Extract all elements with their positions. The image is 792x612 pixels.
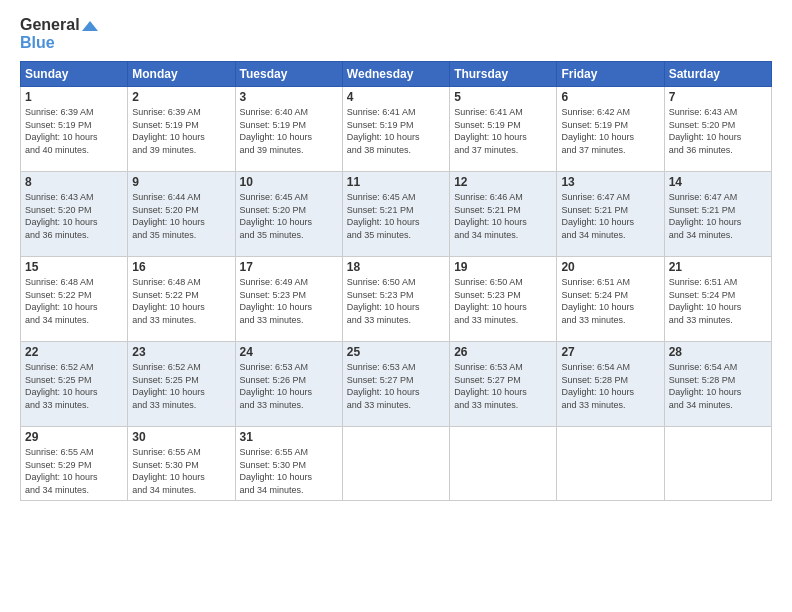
calendar-cell: 24Sunrise: 6:53 AM Sunset: 5:26 PM Dayli…: [235, 342, 342, 427]
day-number: 14: [669, 175, 767, 189]
day-info: Sunrise: 6:45 AM Sunset: 5:20 PM Dayligh…: [240, 191, 338, 241]
day-number: 31: [240, 430, 338, 444]
calendar-cell: 19Sunrise: 6:50 AM Sunset: 5:23 PM Dayli…: [450, 257, 557, 342]
day-number: 29: [25, 430, 123, 444]
day-number: 21: [669, 260, 767, 274]
day-info: Sunrise: 6:54 AM Sunset: 5:28 PM Dayligh…: [669, 361, 767, 411]
day-info: Sunrise: 6:48 AM Sunset: 5:22 PM Dayligh…: [25, 276, 123, 326]
day-number: 5: [454, 90, 552, 104]
calendar-cell: 13Sunrise: 6:47 AM Sunset: 5:21 PM Dayli…: [557, 172, 664, 257]
day-info: Sunrise: 6:55 AM Sunset: 5:29 PM Dayligh…: [25, 446, 123, 496]
day-number: 22: [25, 345, 123, 359]
day-info: Sunrise: 6:43 AM Sunset: 5:20 PM Dayligh…: [669, 106, 767, 156]
calendar-cell: 4Sunrise: 6:41 AM Sunset: 5:19 PM Daylig…: [342, 87, 449, 172]
day-number: 18: [347, 260, 445, 274]
calendar-cell: 21Sunrise: 6:51 AM Sunset: 5:24 PM Dayli…: [664, 257, 771, 342]
calendar-row-4: 22Sunrise: 6:52 AM Sunset: 5:25 PM Dayli…: [21, 342, 772, 427]
calendar-cell: 6Sunrise: 6:42 AM Sunset: 5:19 PM Daylig…: [557, 87, 664, 172]
calendar-cell: [342, 427, 449, 500]
day-number: 24: [240, 345, 338, 359]
calendar-cell: 22Sunrise: 6:52 AM Sunset: 5:25 PM Dayli…: [21, 342, 128, 427]
day-number: 1: [25, 90, 123, 104]
day-info: Sunrise: 6:51 AM Sunset: 5:24 PM Dayligh…: [669, 276, 767, 326]
day-number: 30: [132, 430, 230, 444]
day-info: Sunrise: 6:55 AM Sunset: 5:30 PM Dayligh…: [240, 446, 338, 496]
day-number: 15: [25, 260, 123, 274]
calendar-cell: 9Sunrise: 6:44 AM Sunset: 5:20 PM Daylig…: [128, 172, 235, 257]
day-info: Sunrise: 6:47 AM Sunset: 5:21 PM Dayligh…: [561, 191, 659, 241]
calendar-cell: 11Sunrise: 6:45 AM Sunset: 5:21 PM Dayli…: [342, 172, 449, 257]
col-thursday: Thursday: [450, 62, 557, 87]
day-info: Sunrise: 6:52 AM Sunset: 5:25 PM Dayligh…: [132, 361, 230, 411]
calendar-cell: 17Sunrise: 6:49 AM Sunset: 5:23 PM Dayli…: [235, 257, 342, 342]
day-info: Sunrise: 6:42 AM Sunset: 5:19 PM Dayligh…: [561, 106, 659, 156]
col-wednesday: Wednesday: [342, 62, 449, 87]
calendar-row-1: 1Sunrise: 6:39 AM Sunset: 5:19 PM Daylig…: [21, 87, 772, 172]
logo-text: General Blue: [20, 16, 98, 51]
day-info: Sunrise: 6:40 AM Sunset: 5:19 PM Dayligh…: [240, 106, 338, 156]
day-number: 9: [132, 175, 230, 189]
day-info: Sunrise: 6:49 AM Sunset: 5:23 PM Dayligh…: [240, 276, 338, 326]
header: General Blue: [20, 16, 772, 51]
day-number: 12: [454, 175, 552, 189]
day-number: 8: [25, 175, 123, 189]
day-number: 28: [669, 345, 767, 359]
day-number: 17: [240, 260, 338, 274]
day-number: 4: [347, 90, 445, 104]
day-number: 13: [561, 175, 659, 189]
day-info: Sunrise: 6:50 AM Sunset: 5:23 PM Dayligh…: [347, 276, 445, 326]
calendar-cell: [450, 427, 557, 500]
calendar-row-3: 15Sunrise: 6:48 AM Sunset: 5:22 PM Dayli…: [21, 257, 772, 342]
day-info: Sunrise: 6:55 AM Sunset: 5:30 PM Dayligh…: [132, 446, 230, 496]
day-info: Sunrise: 6:39 AM Sunset: 5:19 PM Dayligh…: [25, 106, 123, 156]
day-number: 26: [454, 345, 552, 359]
day-number: 6: [561, 90, 659, 104]
calendar-table: Sunday Monday Tuesday Wednesday Thursday…: [20, 61, 772, 500]
calendar-cell: 23Sunrise: 6:52 AM Sunset: 5:25 PM Dayli…: [128, 342, 235, 427]
day-info: Sunrise: 6:48 AM Sunset: 5:22 PM Dayligh…: [132, 276, 230, 326]
col-sunday: Sunday: [21, 62, 128, 87]
calendar-row-5: 29Sunrise: 6:55 AM Sunset: 5:29 PM Dayli…: [21, 427, 772, 500]
col-friday: Friday: [557, 62, 664, 87]
day-number: 23: [132, 345, 230, 359]
calendar-cell: 31Sunrise: 6:55 AM Sunset: 5:30 PM Dayli…: [235, 427, 342, 500]
calendar-cell: 27Sunrise: 6:54 AM Sunset: 5:28 PM Dayli…: [557, 342, 664, 427]
day-info: Sunrise: 6:43 AM Sunset: 5:20 PM Dayligh…: [25, 191, 123, 241]
calendar-cell: [557, 427, 664, 500]
day-info: Sunrise: 6:45 AM Sunset: 5:21 PM Dayligh…: [347, 191, 445, 241]
day-number: 19: [454, 260, 552, 274]
calendar-cell: 10Sunrise: 6:45 AM Sunset: 5:20 PM Dayli…: [235, 172, 342, 257]
calendar-cell: [664, 427, 771, 500]
day-info: Sunrise: 6:53 AM Sunset: 5:26 PM Dayligh…: [240, 361, 338, 411]
day-info: Sunrise: 6:54 AM Sunset: 5:28 PM Dayligh…: [561, 361, 659, 411]
calendar-cell: 18Sunrise: 6:50 AM Sunset: 5:23 PM Dayli…: [342, 257, 449, 342]
day-info: Sunrise: 6:41 AM Sunset: 5:19 PM Dayligh…: [454, 106, 552, 156]
day-info: Sunrise: 6:50 AM Sunset: 5:23 PM Dayligh…: [454, 276, 552, 326]
day-number: 10: [240, 175, 338, 189]
calendar-cell: 28Sunrise: 6:54 AM Sunset: 5:28 PM Dayli…: [664, 342, 771, 427]
calendar-cell: 29Sunrise: 6:55 AM Sunset: 5:29 PM Dayli…: [21, 427, 128, 500]
day-info: Sunrise: 6:39 AM Sunset: 5:19 PM Dayligh…: [132, 106, 230, 156]
day-info: Sunrise: 6:47 AM Sunset: 5:21 PM Dayligh…: [669, 191, 767, 241]
day-info: Sunrise: 6:41 AM Sunset: 5:19 PM Dayligh…: [347, 106, 445, 156]
day-number: 20: [561, 260, 659, 274]
day-number: 7: [669, 90, 767, 104]
day-info: Sunrise: 6:53 AM Sunset: 5:27 PM Dayligh…: [454, 361, 552, 411]
calendar-cell: 2Sunrise: 6:39 AM Sunset: 5:19 PM Daylig…: [128, 87, 235, 172]
calendar-cell: 20Sunrise: 6:51 AM Sunset: 5:24 PM Dayli…: [557, 257, 664, 342]
calendar-cell: 12Sunrise: 6:46 AM Sunset: 5:21 PM Dayli…: [450, 172, 557, 257]
col-tuesday: Tuesday: [235, 62, 342, 87]
calendar-cell: 3Sunrise: 6:40 AM Sunset: 5:19 PM Daylig…: [235, 87, 342, 172]
calendar-cell: 15Sunrise: 6:48 AM Sunset: 5:22 PM Dayli…: [21, 257, 128, 342]
day-info: Sunrise: 6:44 AM Sunset: 5:20 PM Dayligh…: [132, 191, 230, 241]
calendar-row-2: 8Sunrise: 6:43 AM Sunset: 5:20 PM Daylig…: [21, 172, 772, 257]
day-info: Sunrise: 6:46 AM Sunset: 5:21 PM Dayligh…: [454, 191, 552, 241]
calendar-cell: 7Sunrise: 6:43 AM Sunset: 5:20 PM Daylig…: [664, 87, 771, 172]
calendar-cell: 30Sunrise: 6:55 AM Sunset: 5:30 PM Dayli…: [128, 427, 235, 500]
calendar-cell: 16Sunrise: 6:48 AM Sunset: 5:22 PM Dayli…: [128, 257, 235, 342]
header-row: Sunday Monday Tuesday Wednesday Thursday…: [21, 62, 772, 87]
day-info: Sunrise: 6:52 AM Sunset: 5:25 PM Dayligh…: [25, 361, 123, 411]
calendar-cell: 1Sunrise: 6:39 AM Sunset: 5:19 PM Daylig…: [21, 87, 128, 172]
col-monday: Monday: [128, 62, 235, 87]
calendar-cell: 5Sunrise: 6:41 AM Sunset: 5:19 PM Daylig…: [450, 87, 557, 172]
